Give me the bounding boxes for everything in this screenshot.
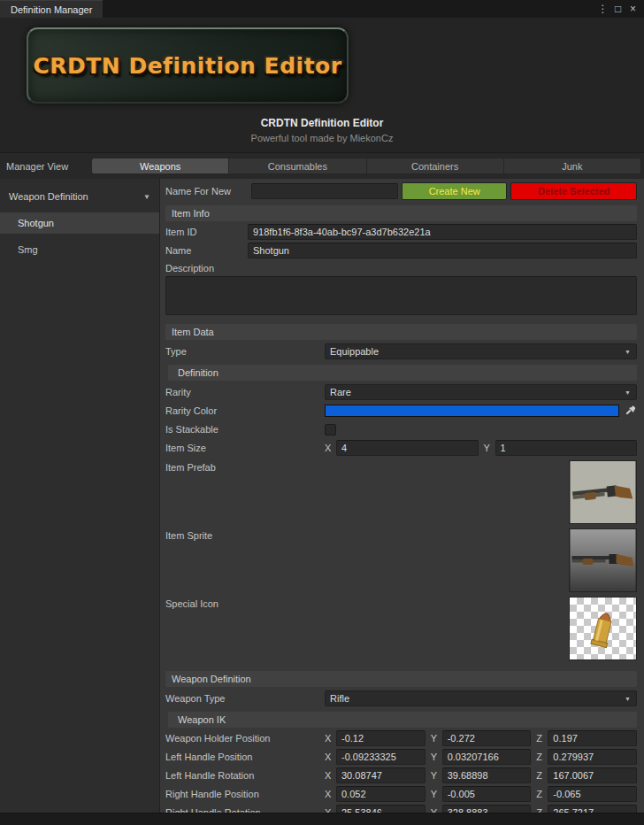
ik-row-label: Weapon Holder Position xyxy=(165,733,325,744)
type-row: Type Equippable ▼ xyxy=(165,343,637,359)
item-id-label: Item ID xyxy=(165,227,248,237)
type-dropdown[interactable]: Equippable ▼ xyxy=(325,343,637,359)
actions-row: Name For New Create New Delete Selected xyxy=(165,182,637,200)
axis-x-label: X xyxy=(325,770,333,781)
create-new-button[interactable]: Create New xyxy=(402,182,507,200)
chevron-down-icon: ▼ xyxy=(625,389,631,396)
window-bottom-edge xyxy=(0,813,644,825)
item-sprite-label: Item Sprite xyxy=(165,528,325,541)
close-icon[interactable]: × xyxy=(625,1,640,17)
item-prefab-label: Item Prefab xyxy=(165,460,325,473)
tab-weapons[interactable]: Weapons xyxy=(91,158,228,174)
definition-header: Definition xyxy=(168,365,637,381)
type-value: Equippable xyxy=(330,346,379,357)
chevron-down-icon: ▼ xyxy=(625,696,631,702)
delete-selected-button[interactable]: Delete Selected xyxy=(510,182,637,200)
ik-row-right-handle-position: Right Handle Position X Y Z xyxy=(165,786,637,802)
sidebar: Weapon Definition ▼ Shotgun Smg xyxy=(0,179,160,813)
manager-toolbar: Manager View Weapons Consumables Contain… xyxy=(0,152,644,179)
ik-row-left-handle-rotation: Left Handle Rotation X Y Z xyxy=(165,767,637,783)
description-textarea[interactable] xyxy=(165,276,637,315)
editor-subtitle: Powerful tool made by MiekonCz xyxy=(0,133,644,143)
item-data-header: Item Data xyxy=(165,324,637,340)
vector-y-input[interactable] xyxy=(442,767,532,783)
rarity-color-label: Rarity Color xyxy=(165,405,325,416)
vector-y-input[interactable] xyxy=(442,749,532,765)
ik-row-label: Left Handle Rotation xyxy=(165,770,325,781)
rarity-dropdown[interactable]: Rare ▼ xyxy=(325,384,637,400)
main-panel: Name For New Create New Delete Selected … xyxy=(160,179,644,813)
axis-y-label: Y xyxy=(484,443,492,453)
definition-type-dropdown[interactable]: Weapon Definition ▼ xyxy=(0,186,159,207)
window-tab[interactable]: Definition Manager xyxy=(0,0,103,18)
rarity-color-swatch[interactable] xyxy=(325,405,619,417)
axis-y-label: Y xyxy=(431,733,439,744)
vector-x-input[interactable] xyxy=(336,786,426,802)
vector-z-input[interactable] xyxy=(548,730,637,746)
shotgun-sprite-icon xyxy=(570,529,636,591)
banner-area: CRDTN Definition Editor CRDTN Definition… xyxy=(0,18,644,152)
item-prefab-preview[interactable] xyxy=(569,460,637,524)
definition-manager-window: Definition Manager ⋮ □ × CRDTN Definitio… xyxy=(0,0,644,825)
item-sprite-row: Item Sprite xyxy=(165,528,637,592)
sidebar-item-shotgun[interactable]: Shotgun xyxy=(0,212,159,234)
vector-z-input[interactable] xyxy=(548,767,637,783)
tab-containers[interactable]: Containers xyxy=(366,158,503,174)
chevron-down-icon: ▼ xyxy=(625,349,631,355)
maximize-icon[interactable]: □ xyxy=(610,1,625,17)
axis-x-label: X xyxy=(325,733,333,744)
vector-y-input[interactable] xyxy=(442,786,532,802)
eyedropper-button[interactable] xyxy=(622,404,637,418)
special-icon-preview[interactable] xyxy=(569,597,637,660)
rarity-label: Rarity xyxy=(165,387,325,397)
item-size-x-input[interactable] xyxy=(336,440,479,456)
is-stackable-label: Is Stackable xyxy=(165,424,325,435)
type-label: Type xyxy=(165,346,325,357)
rarity-row: Rarity Rare ▼ xyxy=(165,384,637,400)
axis-x-label: X xyxy=(325,789,333,799)
axis-z-label: Z xyxy=(536,770,544,781)
vector-z-input[interactable] xyxy=(548,786,637,802)
vector-x-input[interactable] xyxy=(336,730,426,746)
vector-z-input[interactable] xyxy=(548,749,637,765)
description-label: Description xyxy=(165,263,214,274)
item-prefab-row: Item Prefab xyxy=(165,460,637,524)
is-stackable-checkbox[interactable] xyxy=(325,424,336,436)
weapon-definition-header: Weapon Definition xyxy=(165,671,637,687)
chevron-down-icon: ▼ xyxy=(143,193,150,201)
vector-x-input[interactable] xyxy=(336,767,426,783)
ik-row-label: Left Handle Position xyxy=(165,752,325,762)
item-id-input[interactable] xyxy=(248,224,637,240)
axis-y-label: Y xyxy=(431,789,439,799)
weapon-type-label: Weapon Type xyxy=(165,693,325,704)
definition-type-label: Weapon Definition xyxy=(9,191,88,202)
tab-junk[interactable]: Junk xyxy=(503,158,641,174)
eyedropper-icon xyxy=(625,405,635,416)
axis-z-label: Z xyxy=(536,789,544,799)
weapon-type-row: Weapon Type Rifle ▼ xyxy=(165,690,637,706)
name-for-new-input[interactable] xyxy=(251,183,398,199)
tab-consumables[interactable]: Consumables xyxy=(228,158,365,174)
axis-z-label: Z xyxy=(536,752,544,762)
window-controls: ⋮ □ × xyxy=(595,0,644,18)
item-sprite-preview[interactable] xyxy=(569,528,637,592)
rarity-value: Rare xyxy=(330,387,351,397)
kebab-menu-icon[interactable]: ⋮ xyxy=(595,1,610,17)
item-size-row: Item Size X Y xyxy=(165,440,637,456)
name-row: Name xyxy=(165,243,637,258)
logo-text: CRDTN Definition Editor xyxy=(33,53,341,79)
item-size-y-input[interactable] xyxy=(495,440,638,456)
editor-title: CRDTN Definition Editor xyxy=(0,117,644,129)
sidebar-item-smg[interactable]: Smg xyxy=(0,239,159,260)
vector-y-input[interactable] xyxy=(442,730,532,746)
name-label: Name xyxy=(165,245,248,256)
rarity-color-row: Rarity Color xyxy=(165,403,637,419)
axis-z-label: Z xyxy=(536,733,544,744)
description-row: Description xyxy=(165,262,637,274)
ik-row-left-handle-position: Left Handle Position X Y Z xyxy=(165,749,637,765)
name-input[interactable] xyxy=(248,243,637,258)
content-area: Weapon Definition ▼ Shotgun Smg Name For… xyxy=(0,179,644,813)
ik-row-weapon-holder-position: Weapon Holder Position X Y Z xyxy=(165,730,637,746)
weapon-type-dropdown[interactable]: Rifle ▼ xyxy=(325,690,637,706)
vector-x-input[interactable] xyxy=(336,749,426,765)
